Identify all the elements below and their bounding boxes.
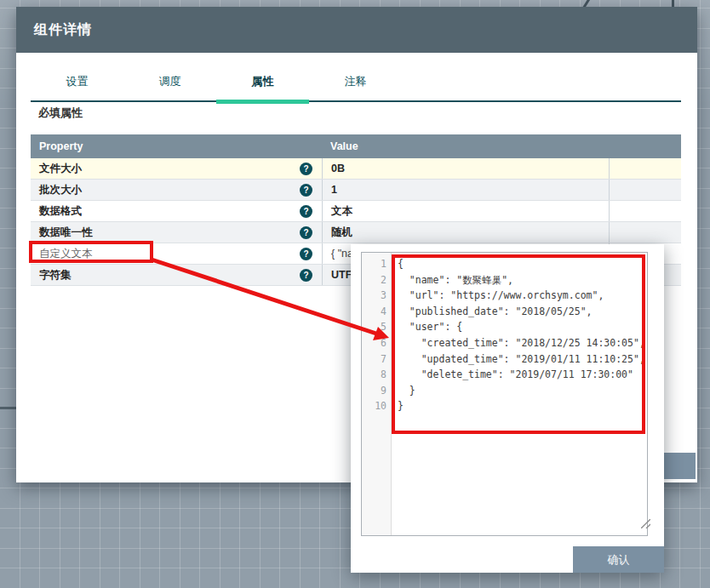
table-header: Property Value bbox=[31, 134, 681, 158]
confirm-button[interactable]: 确认 bbox=[573, 546, 664, 573]
code-area[interactable]: { "name": "数聚蜂巢", "url": "https://www.or… bbox=[392, 253, 647, 535]
table-row: 数据唯一性? 随机 bbox=[31, 222, 681, 243]
json-value-editor[interactable]: 1 2 3 4 5 6 7 8 9 10 { "name": "数聚蜂巢", "… bbox=[361, 252, 648, 536]
code-line: "user": { bbox=[398, 319, 647, 335]
property-name: 数据格式 bbox=[39, 204, 82, 219]
required-properties-label: 必填属性 bbox=[38, 106, 83, 121]
code-line: "name": "数聚蜂巢", bbox=[398, 272, 647, 288]
active-tab-underline bbox=[216, 100, 309, 104]
tab-comments[interactable]: 注释 bbox=[309, 63, 402, 100]
empty-cell bbox=[609, 180, 681, 200]
empty-cell bbox=[609, 158, 681, 179]
table-row: 数据格式? 文本 bbox=[31, 201, 681, 222]
dialog-title: 组件详情 bbox=[34, 21, 92, 39]
property-value[interactable]: 随机 bbox=[322, 222, 609, 243]
column-header-property: Property bbox=[31, 140, 322, 152]
property-name: 批次大小 bbox=[39, 183, 82, 197]
help-icon[interactable]: ? bbox=[300, 226, 312, 239]
property-value[interactable]: 0B bbox=[322, 158, 609, 179]
help-icon[interactable]: ? bbox=[300, 184, 312, 197]
code-line: } bbox=[398, 398, 647, 414]
table-row: 文件大小? 0B bbox=[31, 158, 681, 180]
property-value[interactable]: 1 bbox=[322, 180, 609, 200]
tab-properties[interactable]: 属性 bbox=[216, 63, 309, 100]
code-line: "published_date": "2018/05/25", bbox=[398, 304, 647, 320]
property-name: 文件大小 bbox=[39, 162, 82, 176]
help-icon[interactable]: ? bbox=[300, 163, 312, 175]
value-editor-popup: 1 2 3 4 5 6 7 8 9 10 { "name": "数聚蜂巢", "… bbox=[351, 244, 664, 573]
tab-settings[interactable]: 设置 bbox=[31, 63, 123, 100]
code-line: { bbox=[398, 256, 647, 272]
help-icon[interactable]: ? bbox=[300, 205, 312, 218]
property-name: 字符集 bbox=[39, 268, 72, 283]
code-line: "url": "https://www.orchsym.com", bbox=[398, 288, 647, 304]
flow-canvas: 组件详情 设置 调度 属性 注释 必填属性 Property Value bbox=[0, 0, 710, 588]
code-line: "updated_time": "2019/01/11 11:10:25", bbox=[398, 351, 647, 368]
property-name: 数据唯一性 bbox=[39, 225, 93, 240]
empty-cell bbox=[609, 222, 681, 243]
resize-handle-icon[interactable] bbox=[641, 517, 650, 532]
line-number-gutter: 1 2 3 4 5 6 7 8 9 10 bbox=[362, 253, 392, 535]
code-line: "delete_time": "2019/07/11 17:30:00" bbox=[398, 367, 647, 383]
table-row: 批次大小? 1 bbox=[31, 180, 681, 201]
tab-bar: 设置 调度 属性 注释 bbox=[31, 63, 681, 102]
column-header-value: Value bbox=[322, 140, 358, 152]
property-name: 自定义文本 bbox=[39, 247, 93, 261]
canvas-connection-line bbox=[0, 407, 16, 409]
code-line: "created_time": "2018/12/25 14:30:05", bbox=[398, 335, 647, 351]
help-icon[interactable]: ? bbox=[300, 248, 312, 260]
property-value[interactable]: 文本 bbox=[322, 201, 609, 221]
tab-scheduling[interactable]: 调度 bbox=[123, 63, 216, 100]
help-icon[interactable]: ? bbox=[300, 269, 312, 282]
code-line: } bbox=[398, 383, 647, 399]
dialog-header: 组件详情 bbox=[16, 7, 697, 53]
empty-cell bbox=[609, 201, 681, 221]
